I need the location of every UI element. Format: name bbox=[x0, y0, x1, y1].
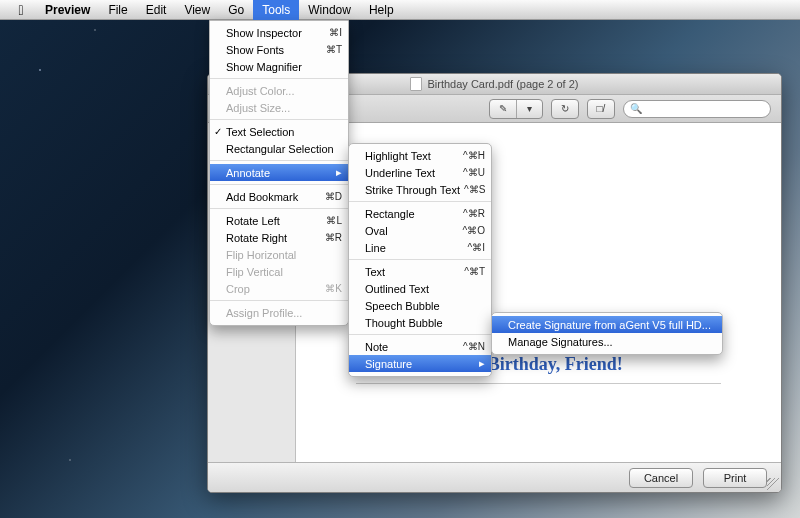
submenu-arrow-icon: ▸ bbox=[479, 357, 485, 370]
menu-signature[interactable]: Signature▸ bbox=[349, 355, 491, 372]
checkmark-icon: ✓ bbox=[214, 123, 222, 140]
menu-separator bbox=[349, 201, 491, 202]
menu-adjust-color: Adjust Color... bbox=[210, 82, 348, 99]
menu-manage-signatures[interactable]: Manage Signatures... bbox=[492, 333, 722, 350]
menu-flip-horizontal: Flip Horizontal bbox=[210, 246, 348, 263]
print-button[interactable]: Print bbox=[703, 468, 767, 488]
menu-rect-selection[interactable]: Rectangular Selection bbox=[210, 140, 348, 157]
signature-submenu: Create Signature from aGent V5 full HD..… bbox=[491, 312, 723, 355]
menu-outlined-text[interactable]: Outlined Text bbox=[349, 280, 491, 297]
menu-separator bbox=[210, 119, 348, 120]
edit-dropdown-button[interactable]: ▾ bbox=[516, 100, 542, 118]
toolbar-markup-group: □/ bbox=[587, 99, 615, 119]
desktop:  Preview File Edit View Go Tools Window… bbox=[0, 0, 800, 518]
edit-pencil-button[interactable]: ✎ bbox=[490, 100, 516, 118]
menu-line[interactable]: Line^⌘I bbox=[349, 239, 491, 256]
toolbar-rotate-group: ↻ bbox=[551, 99, 579, 119]
submenu-arrow-icon: ▸ bbox=[336, 166, 342, 179]
menu-separator bbox=[210, 184, 348, 185]
cancel-button[interactable]: Cancel bbox=[629, 468, 693, 488]
window-footer: Cancel Print bbox=[208, 462, 781, 492]
window-title: Birthday Card.pdf (page 2 of 2) bbox=[427, 78, 578, 90]
markup-toggle-button[interactable]: □/ bbox=[588, 100, 614, 118]
menu-file[interactable]: File bbox=[99, 0, 136, 20]
document-divider bbox=[356, 383, 721, 384]
apple-menu[interactable]:  bbox=[12, 0, 30, 20]
menu-rotate-right[interactable]: Rotate Right⌘R bbox=[210, 229, 348, 246]
menu-strike-text[interactable]: Strike Through Text^⌘S bbox=[349, 181, 491, 198]
menu-adjust-size: Adjust Size... bbox=[210, 99, 348, 116]
menu-separator bbox=[210, 160, 348, 161]
rotate-icon: ↻ bbox=[561, 103, 569, 114]
menu-rotate-left[interactable]: Rotate Left⌘L bbox=[210, 212, 348, 229]
menu-rectangle[interactable]: Rectangle^⌘R bbox=[349, 205, 491, 222]
menu-thought-bubble[interactable]: Thought Bubble bbox=[349, 314, 491, 331]
menu-show-fonts[interactable]: Show Fonts⌘T bbox=[210, 41, 348, 58]
resize-handle[interactable] bbox=[767, 478, 779, 490]
markup-icon: □/ bbox=[597, 103, 606, 114]
menu-show-magnifier[interactable]: Show Magnifier bbox=[210, 58, 348, 75]
pencil-icon: ✎ bbox=[499, 103, 507, 114]
chevron-down-icon: ▾ bbox=[527, 103, 532, 114]
menu-note[interactable]: Note^⌘N bbox=[349, 338, 491, 355]
menu-add-bookmark[interactable]: Add Bookmark⌘D bbox=[210, 188, 348, 205]
menu-show-inspector[interactable]: Show Inspector⌘I bbox=[210, 24, 348, 41]
menu-separator bbox=[210, 208, 348, 209]
menu-text-selection[interactable]: ✓ Text Selection bbox=[210, 123, 348, 140]
menu-flip-vertical: Flip Vertical bbox=[210, 263, 348, 280]
menu-help[interactable]: Help bbox=[360, 0, 403, 20]
menu-text[interactable]: Text^⌘T bbox=[349, 263, 491, 280]
menu-create-signature[interactable]: Create Signature from aGent V5 full HD..… bbox=[492, 316, 722, 333]
search-icon: 🔍 bbox=[630, 103, 642, 114]
menu-go[interactable]: Go bbox=[219, 0, 253, 20]
search-field[interactable]: 🔍 bbox=[623, 100, 771, 118]
menu-separator bbox=[210, 300, 348, 301]
menu-separator bbox=[349, 259, 491, 260]
menu-crop: Crop⌘K bbox=[210, 280, 348, 297]
menubar-app-name[interactable]: Preview bbox=[36, 0, 99, 20]
menu-oval[interactable]: Oval^⌘O bbox=[349, 222, 491, 239]
menu-highlight-text[interactable]: Highlight Text^⌘H bbox=[349, 147, 491, 164]
menu-edit[interactable]: Edit bbox=[137, 0, 176, 20]
menu-tools[interactable]: Tools bbox=[253, 0, 299, 20]
annotate-submenu: Highlight Text^⌘H Underline Text^⌘U Stri… bbox=[348, 143, 492, 377]
document-icon bbox=[410, 77, 422, 91]
rotate-button[interactable]: ↻ bbox=[552, 100, 578, 118]
toolbar-edit-group: ✎ ▾ bbox=[489, 99, 543, 119]
menu-separator bbox=[349, 334, 491, 335]
menu-window[interactable]: Window bbox=[299, 0, 360, 20]
menu-separator bbox=[210, 78, 348, 79]
menu-speech-bubble[interactable]: Speech Bubble bbox=[349, 297, 491, 314]
tools-dropdown: Show Inspector⌘I Show Fonts⌘T Show Magni… bbox=[209, 20, 349, 326]
menu-underline-text[interactable]: Underline Text^⌘U bbox=[349, 164, 491, 181]
menu-view[interactable]: View bbox=[175, 0, 219, 20]
menu-assign-profile: Assign Profile... bbox=[210, 304, 348, 321]
menu-annotate[interactable]: Annotate▸ bbox=[210, 164, 348, 181]
menubar:  Preview File Edit View Go Tools Window… bbox=[0, 0, 800, 20]
